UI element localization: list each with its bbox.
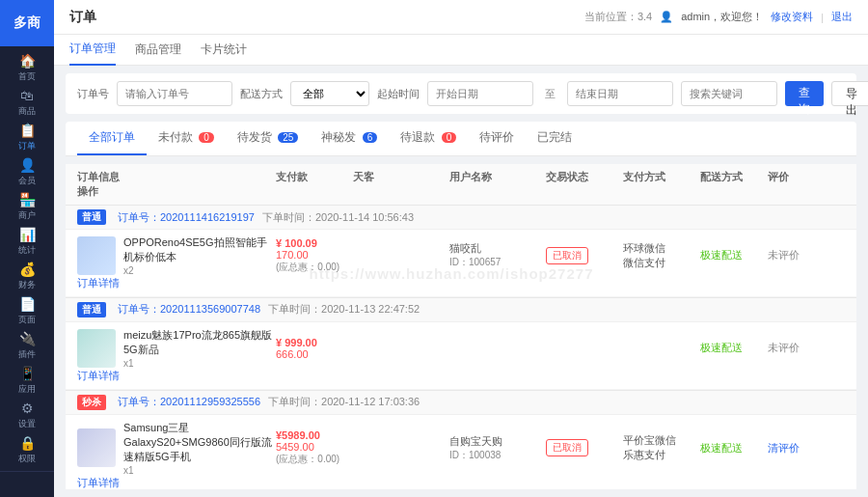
sidebar-label-permission: 权限 <box>18 453 36 465</box>
permission-icon: 🔒 <box>19 435 36 451</box>
order-row: 普通 订单号：2020111416219197 下单时间：2020-11-14 … <box>66 206 856 298</box>
sidebar-item-app[interactable]: 📱 应用 <box>0 363 54 398</box>
content-area: 订单号 配送方式 全部 极速配送 普通配送 起始时间 至 查询 导出 全部订单 … <box>54 66 868 497</box>
subnav-item-card-stats[interactable]: 卡片统计 <box>201 35 247 66</box>
sidebar-item-stats[interactable]: 📊 统计 <box>0 224 54 259</box>
topbar-logout-link[interactable]: 退出 <box>831 10 853 24</box>
order-body-2: meizu魅族17Pro流龙865旗舰版5G新品 x1 ¥ 999.00 666… <box>66 322 856 390</box>
sidebar-item-member[interactable]: 👤 会员 <box>0 154 54 189</box>
order-table: 订单信息 支付款 天客 用户名称 交易状态 支付方式 配送方式 评价 操作 普通… <box>66 164 856 489</box>
topbar: 订单 当前位置：3.4 👤 admin，欢迎您！ 修改资料 | 退出 <box>54 0 868 35</box>
original-price-3: ¥5989.00 <box>276 429 353 441</box>
export-button[interactable]: 导出 <box>831 81 868 106</box>
home-icon: 🏠 <box>19 53 36 69</box>
trade-status-1: 已取消 <box>546 247 623 264</box>
sidebar-item-settings[interactable]: ⚙ 设置 <box>0 398 54 432</box>
tab-completed[interactable]: 已完结 <box>526 122 583 155</box>
subnav-item-order-mgmt[interactable]: 订单管理 <box>69 35 116 66</box>
sidebar-item-goods[interactable]: 🛍 商品 <box>0 85 54 120</box>
product-qty-1: x2 <box>123 265 276 276</box>
rating-3[interactable]: 清评价 <box>768 441 845 456</box>
sidebar-label-page: 页面 <box>18 314 36 326</box>
actual-price-1: 170.00 <box>276 249 353 261</box>
order-row: 普通 订单号：20201113569007748 下单时间：2020-11-13… <box>66 298 856 391</box>
order-header-1: 普通 订单号：2020111416219197 下单时间：2020-11-14 … <box>66 206 856 230</box>
product-info-3: Samsung三星GalaxyS20+SMG9860同行版流速精版5G手机 x1 <box>77 421 276 476</box>
start-date-input[interactable] <box>427 81 533 106</box>
date-range-separator: 至 <box>545 87 556 101</box>
sidebar-label-goods: 商品 <box>18 105 36 118</box>
col-order-info: 订单信息 <box>77 170 276 184</box>
page-icon: 📄 <box>19 296 36 312</box>
tab-unpaid[interactable]: 未付款 0 <box>147 122 226 155</box>
col-trade-status: 交易状态 <box>546 170 623 184</box>
order-header-3: 秒杀 订单号：20201112959325556 下单时间：2020-11-12… <box>66 391 856 415</box>
sidebar: 多商 🏠 首页 🛍 商品 📋 订单 👤 会员 🏪 商户 📊 统计 💰 财务 <box>0 0 54 497</box>
sidebar-item-finance[interactable]: 💰 财务 <box>0 259 54 293</box>
col-rating: 评价 <box>768 170 845 184</box>
tab-all[interactable]: 全部订单 <box>77 122 147 155</box>
keyword-input[interactable] <box>681 81 777 106</box>
sidebar-item-order[interactable]: 📋 订单 <box>0 120 54 154</box>
merchant-icon: 🏪 <box>19 192 36 207</box>
order-id-1[interactable]: 订单号：2020111416219197 <box>118 210 255 225</box>
page-title: 订单 <box>69 9 96 26</box>
sidebar-item-page[interactable]: 📄 页面 <box>0 293 54 328</box>
product-info-1: OPPOReno4SE5G拍照智能手机标价低本 x2 <box>77 235 276 276</box>
action-2[interactable]: 订单详情 <box>77 369 276 383</box>
buyer-id-1: ID：100657 <box>449 256 546 269</box>
badge-pending-delivery: 25 <box>278 132 298 143</box>
trade-status-3: 已取消 <box>546 439 623 456</box>
tab-mystery[interactable]: 神秘发 6 <box>310 122 389 155</box>
order-id-2[interactable]: 订单号：20201113569007748 <box>118 302 260 317</box>
pay-name-3: 平价宝微信 <box>623 433 700 448</box>
tab-rating[interactable]: 待评价 <box>468 122 526 155</box>
discount-3: (应总惠：0.00) <box>276 453 353 466</box>
sidebar-item-plugin[interactable]: 🔌 插件 <box>0 328 54 363</box>
settings-icon: ⚙ <box>21 400 34 416</box>
action-3[interactable]: 订单详情 <box>77 476 276 489</box>
order-tabs: 全部订单 未付款 0 待发货 25 神秘发 6 待退款 0 待评价 已完结 <box>66 122 856 156</box>
tab-refund[interactable]: 待退款 0 <box>389 122 468 155</box>
sidebar-nav: 🏠 首页 🛍 商品 📋 订单 👤 会员 🏪 商户 📊 统计 💰 财务 📄 <box>0 46 54 472</box>
sidebar-item-merchant[interactable]: 🏪 商户 <box>0 189 54 224</box>
pay-method-1: 环球微信 微信支付 <box>623 241 700 270</box>
buyer-name-1: 猫咬乱 <box>449 241 546 256</box>
original-price-1: ¥ 100.09 <box>276 237 353 249</box>
end-date-input[interactable] <box>567 81 673 106</box>
table-header: 订单信息 支付款 天客 用户名称 交易状态 支付方式 配送方式 评价 操作 <box>66 164 856 206</box>
subnav-item-goods-mgmt[interactable]: 商品管理 <box>135 35 181 66</box>
sidebar-item-home[interactable]: 🏠 首页 <box>0 50 54 85</box>
order-no-label: 订单号 <box>77 87 109 101</box>
delivery-1[interactable]: 极速配送 <box>700 248 768 262</box>
sidebar-logo: 多商 <box>0 0 54 46</box>
product-qty-3: x1 <box>123 465 276 476</box>
order-id-3[interactable]: 订单号：20201112959325556 <box>118 395 260 409</box>
order-tag-1: 普通 <box>77 209 106 225</box>
status-badge-3: 已取消 <box>546 439 588 456</box>
search-button[interactable]: 查询 <box>785 81 824 106</box>
tab-pending-delivery[interactable]: 待发货 25 <box>226 122 310 155</box>
topbar-divider: | <box>821 12 824 23</box>
plugin-icon: 🔌 <box>19 331 36 346</box>
action-1[interactable]: 订单详情 <box>77 276 276 290</box>
order-no-input[interactable] <box>117 81 232 106</box>
sidebar-item-permission[interactable]: 🔒 权限 <box>0 432 54 467</box>
delivery-select[interactable]: 全部 极速配送 普通配送 <box>290 81 369 106</box>
buyer-name-3: 自购宝天购 <box>449 434 546 449</box>
product-qty-2: x1 <box>123 358 276 369</box>
rating-2: 未评价 <box>768 341 845 355</box>
col-action: 操作 <box>77 184 276 199</box>
delivery-2[interactable]: 极速配送 <box>700 341 768 355</box>
delivery-label: 配送方式 <box>240 87 283 101</box>
topbar-profile-link[interactable]: 修改资料 <box>771 10 813 24</box>
price-col-2: ¥ 999.00 666.00 <box>276 337 353 360</box>
price-col-1: ¥ 100.09 170.00 (应总惠：0.00) <box>276 237 353 274</box>
breadcrumb-position: 当前位置：3.4 <box>584 10 652 24</box>
main-content: 订单 当前位置：3.4 👤 admin，欢迎您！ 修改资料 | 退出 订单管理 … <box>54 0 868 497</box>
sidebar-label-settings: 设置 <box>18 418 36 430</box>
delivery-3[interactable]: 极速配送 <box>700 441 768 456</box>
finance-icon: 💰 <box>19 262 36 277</box>
goods-icon: 🛍 <box>20 88 34 103</box>
col-customer: 天客 <box>353 170 449 184</box>
